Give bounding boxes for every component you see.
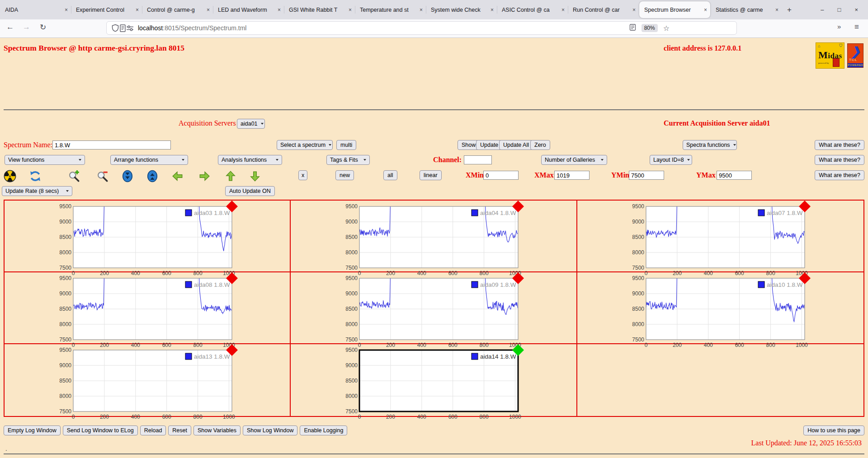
select-a-spectrum-select[interactable]: Select a spectrum <box>277 140 333 150</box>
tab-close-icon[interactable]: × <box>491 7 494 13</box>
client-address: client address is 127.0.0.1 <box>664 44 741 52</box>
tab-led-and-waveform[interactable]: LED and Waveform× <box>213 0 284 19</box>
page-info-icon[interactable] <box>119 24 126 32</box>
x-button[interactable]: x <box>298 170 307 180</box>
tab-control-carme-g[interactable]: Control @ carme-g× <box>142 0 213 19</box>
collapse-vertical-icon[interactable] <box>121 170 134 182</box>
tab-close-icon[interactable]: × <box>65 7 68 13</box>
how-to-use-button[interactable]: How to use this page <box>803 425 864 435</box>
tab-close-icon[interactable]: × <box>349 7 352 13</box>
gallery-cell-aida09[interactable]: 7500800085009000950002004006008001000aid… <box>291 272 577 344</box>
linear-button[interactable]: linear <box>420 170 442 180</box>
zero-button[interactable]: Zero <box>530 140 550 150</box>
channel-input[interactable] <box>464 155 492 164</box>
tab-close-icon[interactable]: × <box>632 7 636 13</box>
refresh-icon[interactable] <box>29 170 42 182</box>
forward-button[interactable]: → <box>23 23 30 32</box>
tab-close-icon[interactable]: × <box>136 7 139 13</box>
permissions-slider-icon[interactable] <box>126 25 134 32</box>
number-of-galleries-select[interactable]: Number of Galleries <box>541 155 607 165</box>
gallery-cell-aida14[interactable]: 7500800085009000950002004006008001000aid… <box>291 344 577 416</box>
gallery-cell-aida10[interactable]: 7500800085009000950002004006008001000aid… <box>577 272 863 344</box>
tab-gsi-white-rabbit-t[interactable]: GSI White Rabbit T× <box>284 0 355 19</box>
ymin-input[interactable] <box>629 171 664 180</box>
tab-temperature-and-st[interactable]: Temperature and st× <box>355 0 426 19</box>
tab-close-icon[interactable]: × <box>775 7 778 13</box>
what-are-these-button-2[interactable]: What are these? <box>815 155 864 165</box>
multi-button[interactable]: multi <box>336 140 356 150</box>
shield-icon[interactable] <box>111 24 119 32</box>
svg-text:8000: 8000 <box>59 393 71 399</box>
arrow-left-icon[interactable] <box>171 170 184 182</box>
midas-logo[interactable]: ⌂ ⛉ Midas powered by <box>816 42 844 69</box>
new-button[interactable]: new <box>335 170 354 180</box>
tcl-powered-logo[interactable]: ❯ TCL POWERED <box>847 43 863 68</box>
show-log-window-button[interactable]: Show Log Window <box>243 425 298 435</box>
svg-text:8000: 8000 <box>59 249 71 256</box>
gallery-cell-aida07[interactable]: 7500800085009000950002004006008001000aid… <box>577 201 863 272</box>
tab-statistics-carme[interactable]: Statistics @ carme× <box>711 0 782 19</box>
arrow-right-icon[interactable] <box>198 170 211 182</box>
empty-log-window-button[interactable]: Empty Log Window <box>4 425 61 435</box>
xmax-label: XMax <box>534 171 554 179</box>
tab-spectrum-browser[interactable]: Spectrum Browser× <box>639 1 710 18</box>
tab-aida[interactable]: AIDA× <box>0 0 71 19</box>
arrow-down-icon[interactable] <box>249 170 261 182</box>
hamburger-menu-icon[interactable]: ≡ <box>854 23 859 32</box>
update-button[interactable]: Update <box>476 140 502 150</box>
xmax-input[interactable] <box>554 171 590 180</box>
expand-vertical-icon[interactable] <box>146 170 159 182</box>
reset-button[interactable]: Reset <box>168 425 191 435</box>
what-are-these-button-1[interactable]: What are these? <box>815 140 864 150</box>
layout-id-select[interactable]: Layout ID=8 <box>650 155 692 165</box>
show-variables-button[interactable]: Show Variables <box>193 425 241 435</box>
zoom-in-icon[interactable] <box>68 170 80 182</box>
zoom-level-badge[interactable]: 80% <box>642 24 658 32</box>
reload-button[interactable]: Reload <box>140 425 166 435</box>
spectrum-chart-aida03: 7500800085009000950002004006008001000aid… <box>60 204 250 277</box>
update-all-button[interactable]: Update All <box>499 140 533 150</box>
all-button[interactable]: all <box>383 170 397 180</box>
tab-close-icon[interactable]: × <box>420 7 423 13</box>
bookmark-star-icon[interactable]: ☆ <box>663 24 670 33</box>
arrange-functions-select[interactable]: Arrange functions <box>110 155 188 165</box>
gallery-cell-aida03[interactable]: 7500800085009000950002004006008001000aid… <box>5 201 291 272</box>
zoom-out-icon[interactable] <box>96 170 109 182</box>
gallery-cell-aida08[interactable]: 7500800085009000950002004006008001000aid… <box>5 272 291 344</box>
tab-close-icon[interactable]: × <box>207 7 210 13</box>
update-rate-select[interactable]: Update Rate (8 secs) <box>2 186 72 196</box>
auto-update-button[interactable]: Auto Update ON <box>225 186 275 196</box>
tab-experiment-control[interactable]: Experiment Control× <box>71 0 142 19</box>
enable-logging-button[interactable]: Enable Logging <box>300 425 347 435</box>
tab-run-control-car[interactable]: Run Control @ car× <box>568 0 639 19</box>
radioactive-icon[interactable] <box>4 170 16 182</box>
what-are-these-button-3[interactable]: What are these? <box>815 170 864 180</box>
reload-button[interactable]: ↻ <box>40 23 46 32</box>
overflow-menu-icon[interactable]: » <box>837 23 841 30</box>
window-close-button[interactable]: × <box>854 6 858 13</box>
reader-view-icon[interactable] <box>629 24 636 32</box>
view-functions-select[interactable]: View functions <box>5 155 85 165</box>
tags-and-fits-select[interactable]: Tags & Fits <box>326 155 370 165</box>
new-tab-button[interactable]: + <box>782 0 797 19</box>
minimize-button[interactable]: – <box>821 6 824 13</box>
spectrum-name-input[interactable] <box>52 140 171 150</box>
gallery-cell-aida13[interactable]: 7500800085009000950002004006008001000aid… <box>5 344 291 416</box>
maximize-button[interactable]: □ <box>838 6 841 13</box>
tab-close-icon[interactable]: × <box>704 7 707 13</box>
tab-close-icon[interactable]: × <box>561 7 565 13</box>
xmin-input[interactable] <box>483 171 519 180</box>
analysis-functions-select[interactable]: Analysis functions <box>218 155 282 165</box>
back-button[interactable]: ← <box>6 23 14 32</box>
tab-system-wide-check[interactable]: System wide Check× <box>426 0 497 19</box>
ymax-input[interactable] <box>717 171 752 180</box>
send-log-window-to-elog-button[interactable]: Send Log Window to ELog <box>63 425 138 435</box>
spectra-functions-select[interactable]: Spectra functions <box>683 140 737 150</box>
gallery-cell-aida04[interactable]: 7500800085009000950002004006008001000aid… <box>291 201 577 272</box>
arrow-up-icon[interactable] <box>224 170 237 182</box>
url-bar[interactable]: localhost:8015/Spectrum/Spectrum.tml 80%… <box>106 21 737 35</box>
acquisition-servers-select[interactable]: aida01 <box>237 119 265 129</box>
tab-asic-control-ca[interactable]: ASIC Control @ ca× <box>497 0 568 19</box>
svg-text:400: 400 <box>417 414 426 420</box>
tab-close-icon[interactable]: × <box>278 7 281 13</box>
